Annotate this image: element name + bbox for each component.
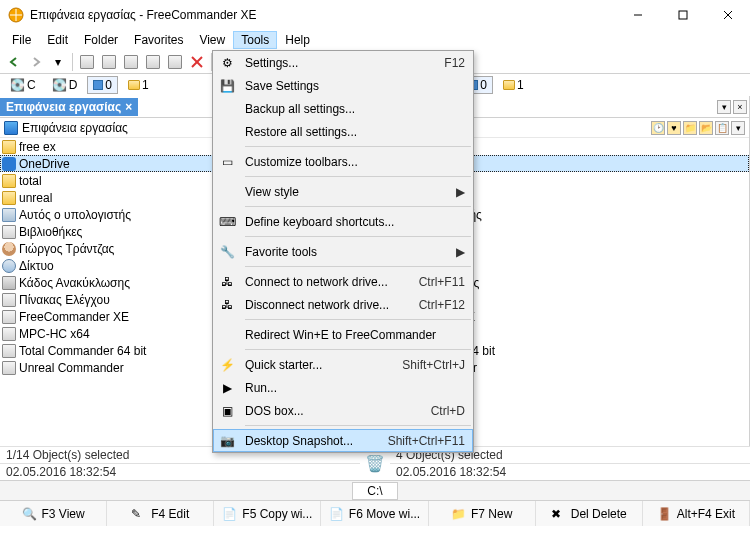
drive-d[interactable]: 💽D xyxy=(46,76,84,94)
drive-c[interactable]: 💽C xyxy=(4,76,42,94)
menu-item-label: Desktop Snapshot... xyxy=(245,434,388,448)
copy-icon[interactable] xyxy=(77,52,97,72)
list-item-label: Κάδος Ανακύκλωσης xyxy=(19,276,130,290)
keyboard-icon: ⌨ xyxy=(217,212,237,232)
menu-item-restore-all-settings[interactable]: Restore all settings... xyxy=(213,120,473,143)
menu-item-view-style[interactable]: View style▶ xyxy=(213,180,473,203)
app-icon xyxy=(2,310,16,324)
save-icon: 💾 xyxy=(217,76,237,96)
menu-item-run[interactable]: ▶Run... xyxy=(213,376,473,399)
toolbar-icon: ▭ xyxy=(217,152,237,172)
app-icon xyxy=(8,7,24,23)
net-icon xyxy=(2,259,16,273)
folder-icon xyxy=(2,140,16,154)
menu-item-favorite-tools[interactable]: 🔧Favorite tools▶ xyxy=(213,240,473,263)
move-icon[interactable] xyxy=(99,52,119,72)
submenu-arrow-icon: ▶ xyxy=(456,245,465,259)
copy-icon: 📄 xyxy=(222,507,236,521)
folder-icon xyxy=(2,191,16,205)
menu-folder[interactable]: Folder xyxy=(76,31,126,49)
dropdown-icon[interactable]: ▾ xyxy=(717,100,731,114)
menu-favorites[interactable]: Favorites xyxy=(126,31,191,49)
fn-move-button[interactable]: 📄F6 Move wi... xyxy=(321,501,428,526)
move-icon: 📄 xyxy=(329,507,343,521)
blank-icon xyxy=(217,182,237,202)
command-path-bar: C:\ xyxy=(0,480,750,500)
drive-folder-1[interactable]: 1 xyxy=(122,76,155,94)
fn-view-button[interactable]: 🔍F3 View xyxy=(0,501,107,526)
dropdown-icon[interactable]: ▾ xyxy=(48,52,68,72)
dropdown-icon[interactable]: ▾ xyxy=(731,121,745,135)
run-icon: ▶ xyxy=(217,378,237,398)
copy-path-icon[interactable]: 📋 xyxy=(715,121,729,135)
fn-copy-button[interactable]: 📄F5 Copy wi... xyxy=(214,501,321,526)
fn-label: F7 New xyxy=(471,507,512,521)
drive-folder-1-r[interactable]: 1 xyxy=(497,76,530,94)
menu-help[interactable]: Help xyxy=(277,31,318,49)
delete-icon[interactable] xyxy=(187,52,207,72)
cloud-icon xyxy=(2,157,16,171)
menu-item-label: Quick starter... xyxy=(245,358,402,372)
menu-bar: FileEditFolderFavoritesViewToolsHelp xyxy=(0,30,750,50)
close-icon[interactable]: × xyxy=(733,100,747,114)
menu-item-label: Redirect Win+E to FreeCommander xyxy=(245,328,465,342)
fn-exit-button[interactable]: 🚪Alt+F4 Exit xyxy=(643,501,750,526)
menu-item-connect-to-network-drive[interactable]: 🖧Connect to network drive...Ctrl+F11 xyxy=(213,270,473,293)
menu-tools[interactable]: Tools xyxy=(233,31,277,49)
window-title: Επιφάνεια εργασίας - FreeCommander XE xyxy=(30,8,615,22)
function-key-bar: 🔍F3 View✎F4 Edit📄F5 Copy wi...📄F6 Move w… xyxy=(0,500,750,526)
close-button[interactable] xyxy=(705,0,750,30)
command-path-input[interactable]: C:\ xyxy=(352,482,397,500)
menu-view[interactable]: View xyxy=(191,31,233,49)
left-tab[interactable]: Επιφάνεια εργασίας × xyxy=(0,98,138,116)
app-icon xyxy=(2,293,16,307)
menu-item-shortcut: Shift+Ctrl+J xyxy=(402,358,465,372)
fn-new-button[interactable]: 📁F7 New xyxy=(429,501,536,526)
menu-item-desktop-snapshot[interactable]: 📷Desktop Snapshot...Shift+Ctrl+F11 xyxy=(213,429,473,452)
menu-item-redirect-win-e-to-freecommander[interactable]: Redirect Win+E to FreeCommander xyxy=(213,323,473,346)
menu-item-label: Backup all settings... xyxy=(245,102,465,116)
list-item-label: Δίκτυο xyxy=(19,259,54,273)
forward-button[interactable] xyxy=(26,52,46,72)
menu-item-label: Settings... xyxy=(245,56,444,70)
menu-item-backup-all-settings[interactable]: Backup all settings... xyxy=(213,97,473,120)
menu-item-settings[interactable]: ⚙Settings...F12 xyxy=(213,51,473,74)
minimize-button[interactable] xyxy=(615,0,660,30)
fn-edit-button[interactable]: ✎F4 Edit xyxy=(107,501,214,526)
page-icon[interactable] xyxy=(121,52,141,72)
menu-item-label: DOS box... xyxy=(245,404,431,418)
list-item-label: free ex xyxy=(19,140,56,154)
blank-icon xyxy=(217,325,237,345)
fn-del-button[interactable]: ✖Del Delete xyxy=(536,501,643,526)
history-icon[interactable]: 🕑 xyxy=(651,121,665,135)
edit-icon[interactable] xyxy=(165,52,185,72)
folder-icon[interactable]: 📂 xyxy=(699,121,713,135)
back-button[interactable] xyxy=(4,52,24,72)
menu-item-shortcut: Ctrl+F11 xyxy=(419,275,465,289)
left-tab-label: Επιφάνεια εργασίας xyxy=(6,100,121,114)
close-tab-icon[interactable]: × xyxy=(125,100,132,114)
svg-rect-2 xyxy=(679,11,687,19)
desktop-icon xyxy=(4,121,18,135)
view-icon: 🔍 xyxy=(22,507,36,521)
menu-item-customize-toolbars[interactable]: ▭Customize toolbars... xyxy=(213,150,473,173)
page2-icon[interactable] xyxy=(143,52,163,72)
menu-item-define-keyboard-shortcuts[interactable]: ⌨Define keyboard shortcuts... xyxy=(213,210,473,233)
drive-count-0[interactable]: 0 xyxy=(87,76,118,94)
folder-up-icon[interactable]: 📁 xyxy=(683,121,697,135)
quick-icon: ⚡ xyxy=(217,355,237,375)
right-tab-tools: ▾ × xyxy=(717,100,749,114)
maximize-button[interactable] xyxy=(660,0,705,30)
menu-file[interactable]: File xyxy=(4,31,39,49)
left-path-label: Επιφάνεια εργασίας xyxy=(22,121,128,135)
menu-item-label: Define keyboard shortcuts... xyxy=(245,215,465,229)
menu-edit[interactable]: Edit xyxy=(39,31,76,49)
submenu-arrow-icon: ▶ xyxy=(456,185,465,199)
favorite-icon[interactable]: ♥ xyxy=(667,121,681,135)
menu-item-save-settings[interactable]: 💾Save Settings xyxy=(213,74,473,97)
user-icon xyxy=(2,242,16,256)
menu-item-dos-box[interactable]: ▣DOS box...Ctrl+D xyxy=(213,399,473,422)
menu-item-quick-starter[interactable]: ⚡Quick starter...Shift+Ctrl+J xyxy=(213,353,473,376)
recycle-bin-icon[interactable]: 🗑️ xyxy=(365,454,385,473)
menu-item-disconnect-network-drive[interactable]: 🖧Disconnect network drive...Ctrl+F12 xyxy=(213,293,473,316)
